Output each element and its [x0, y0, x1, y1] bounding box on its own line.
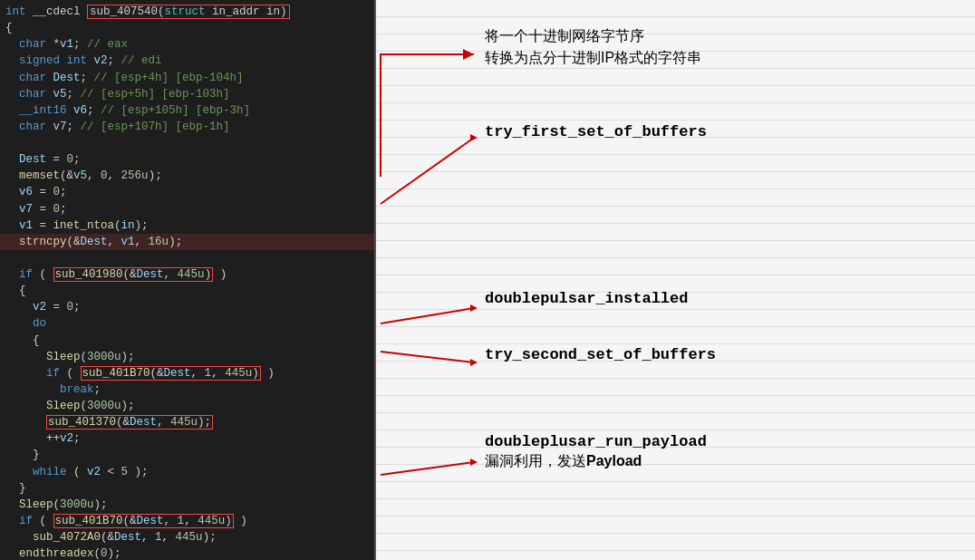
ann1-line1: 将一个十进制网络字节序 [485, 25, 966, 47]
ann5-label: doubleplusar_run_payload [485, 433, 966, 450]
annotation-3: doublepulsar_installed [485, 290, 966, 307]
annotation-1: 将一个十进制网络字节序 转换为点分十进制IP格式的字符串 [485, 25, 966, 69]
annotation-panel: 将一个十进制网络字节序 转换为点分十进制IP格式的字符串 try_first_s… [376, 0, 975, 560]
ann4-label: try_second_set_of_buffers [485, 346, 966, 363]
svg-line-7 [381, 462, 474, 475]
svg-marker-2 [470, 134, 478, 141]
ann3-label: doublepulsar_installed [485, 290, 966, 307]
svg-marker-6 [470, 359, 478, 366]
annotation-2: try_first_set_of_buffers [485, 123, 966, 140]
annotation-4: try_second_set_of_buffers [485, 346, 966, 363]
svg-marker-4 [470, 304, 478, 312]
code-panel: int __cdecl sub_407540(struct in_addr in… [0, 0, 376, 560]
svg-line-3 [381, 308, 474, 323]
svg-marker-8 [470, 459, 478, 466]
svg-line-5 [381, 352, 474, 362]
annotation-5: doubleplusar_run_payload 漏洞利用，发送Payload [485, 433, 966, 472]
svg-line-1 [381, 138, 474, 204]
arrows-svg [376, 0, 975, 560]
ann1-line2: 转换为点分十进制IP格式的字符串 [485, 47, 966, 69]
ann5-sub: 漏洞利用，发送Payload [485, 450, 966, 472]
ann2-label: try_first_set_of_buffers [485, 123, 966, 140]
